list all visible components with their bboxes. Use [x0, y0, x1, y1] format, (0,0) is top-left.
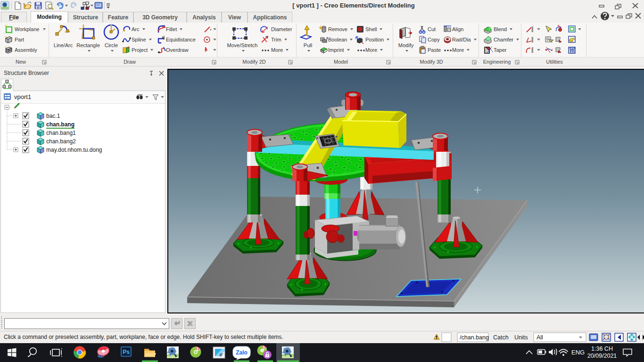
svg-text:Ps: Ps: [123, 349, 130, 355]
svg-text:vport1: vport1: [14, 93, 31, 100]
svg-text:/chan.bang: /chan.bang: [460, 334, 489, 341]
svg-text:20/09/2021: 20/09/2021: [587, 353, 617, 359]
svg-text:All: All: [537, 334, 543, 341]
svg-text:1:36 CH: 1:36 CH: [591, 346, 613, 352]
svg-text:Catch: Catch: [493, 334, 509, 341]
svg-text:Units: Units: [514, 334, 528, 341]
svg-text:ENG: ENG: [571, 349, 585, 356]
svg-text:Zalo: Zalo: [236, 349, 248, 356]
